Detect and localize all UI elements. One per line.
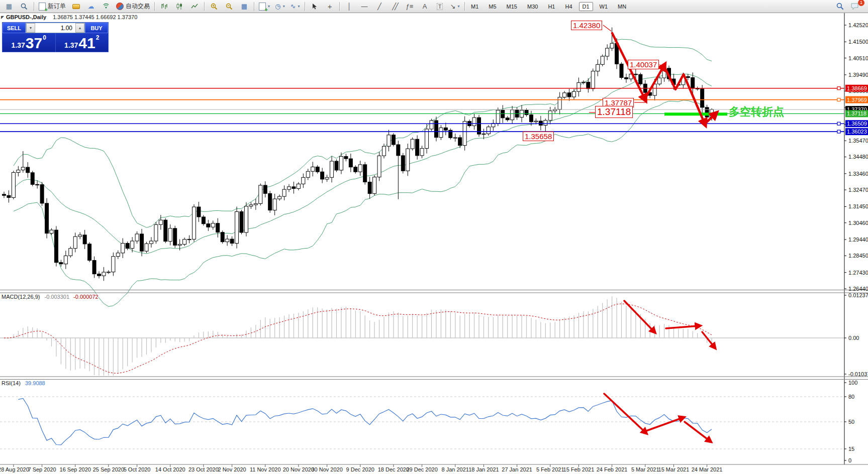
main-toolbar: ▦ 新订单 ☁ 自动交易 ▦ ▾ ◷▾ ∿▾ + │ — ╱ ╱╱ ƒ≡ [0, 0, 868, 13]
vline-tool-button[interactable]: │ [342, 1, 356, 12]
bar-chart-icon [161, 3, 168, 10]
svg-text:28 Aug 2020: 28 Aug 2020 [0, 466, 29, 472]
new-chart-button[interactable]: ▾ [257, 1, 272, 12]
rsi-name: RSI(14) [2, 380, 21, 386]
preview-button[interactable] [17, 1, 31, 12]
svg-text:25 Sep 2020: 25 Sep 2020 [93, 466, 124, 472]
crosshair-button[interactable]: + [323, 1, 337, 12]
search-button[interactable] [833, 1, 847, 12]
svg-text:100: 100 [848, 380, 857, 386]
cloud-icon: ☁ [88, 3, 94, 10]
depth-of-market-button[interactable] [69, 1, 83, 12]
zoom-in-icon [211, 3, 218, 10]
separator [339, 2, 340, 11]
sell-price-big: 37 [26, 36, 42, 51]
svg-text:5 Oct 2020: 5 Oct 2020 [124, 466, 151, 472]
svg-text:1.27430: 1.27430 [848, 270, 868, 276]
channel-icon: ╱╱ [392, 3, 397, 10]
sell-price-sup: 0 [43, 34, 46, 41]
signals-button[interactable] [99, 1, 113, 12]
bar-chart-button[interactable] [157, 1, 171, 12]
cloud-button[interactable]: ☁ [84, 1, 98, 12]
sell-price[interactable]: 1.37 37 0 [3, 33, 56, 52]
template-icon: ∿ [291, 3, 296, 10]
svg-text:15: 15 [848, 446, 854, 452]
svg-text:11 Nov 2020: 11 Nov 2020 [250, 466, 281, 472]
svg-text:0: 0 [848, 457, 851, 463]
line-chart-icon [191, 3, 198, 10]
svg-text:18 Dec 2020: 18 Dec 2020 [378, 466, 409, 472]
price-callout-1.40037[interactable]: 1.40037 [628, 60, 659, 69]
annotation-arrows-layer [589, 25, 715, 441]
zoom-in-button[interactable] [207, 1, 221, 12]
buy-button[interactable]: BUY [85, 23, 108, 33]
turning-point-annotation: 多空转折点 [729, 104, 784, 120]
rsi-indicator-label: RSI(14) 39.9088 [2, 380, 45, 386]
line-chart-button[interactable] [187, 1, 202, 12]
svg-text:15 Feb 2021: 15 Feb 2021 [563, 466, 595, 472]
template-button[interactable]: ∿▾ [288, 1, 302, 12]
chart-title: GBPUSD-,Daily 1.36875 1.37445 1.66692 1.… [6, 14, 137, 20]
axes-layer[interactable]: 1.425201.415001.405101.394901.385001.374… [0, 13, 868, 472]
timeframe-button-D1[interactable]: D1 [579, 2, 593, 11]
svg-text:1.34480: 1.34480 [848, 154, 868, 160]
timeframe-button-M1[interactable]: M1 [467, 2, 482, 11]
svg-text:-0.010374: -0.010374 [848, 371, 868, 377]
hline-tool-button[interactable]: — [357, 1, 371, 12]
autotrading-button[interactable]: 自动交易 [114, 1, 152, 12]
charts-grid-button[interactable]: ▦ [2, 1, 16, 12]
timeframe-button-H4[interactable]: H4 [561, 2, 575, 11]
chart-surface[interactable]: 1.425201.415001.405101.394901.385001.374… [0, 0, 868, 474]
timeframe-button-W1[interactable]: W1 [596, 2, 612, 11]
arrows-tool-button[interactable]: ↘▾ [448, 1, 462, 12]
price-callout-1.37118[interactable]: 1.37118 [595, 106, 633, 118]
new-chart-icon [259, 3, 266, 11]
svg-text:1.37118: 1.37118 [847, 110, 866, 116]
channel-tool-button[interactable]: ╱╱ [388, 1, 402, 12]
buy-price[interactable]: 1.37 41 2 [56, 33, 109, 52]
svg-text:1.31450: 1.31450 [848, 203, 868, 209]
timeframe-button-H1[interactable]: H1 [544, 2, 558, 11]
new-order-button[interactable]: 新订单 [37, 1, 68, 12]
text-tool-button[interactable]: A [418, 1, 432, 12]
zoom-out-icon [226, 3, 233, 10]
svg-text:0.012372: 0.012372 [848, 292, 868, 298]
trendline-tool-button[interactable]: ╱ [372, 1, 387, 12]
cursor-icon [312, 3, 318, 10]
svg-text:1.28450: 1.28450 [848, 253, 868, 259]
candle-chart-button[interactable] [172, 1, 186, 12]
timeframe-group: M1M5M15M30H1H4D1W1MN [467, 2, 630, 11]
chevron-down-icon: ▾ [283, 5, 285, 9]
svg-text:8 Jan 2021: 8 Jan 2021 [442, 466, 469, 472]
trendline-icon: ╱ [377, 3, 381, 10]
volume-stepper[interactable]: ▼ 1.00 ▲ [26, 23, 85, 33]
period-button[interactable]: ◷▾ [273, 1, 287, 12]
zoom-out-button[interactable] [222, 1, 236, 12]
svg-text:1.36023: 1.36023 [847, 129, 867, 135]
fibonacci-tool-button[interactable]: ƒ≡ [403, 1, 417, 12]
svg-text:1.39490: 1.39490 [848, 72, 868, 78]
horizontal-lines-layer[interactable] [0, 87, 844, 133]
timeframe-button-M30[interactable]: M30 [524, 2, 541, 11]
cursor-button[interactable] [308, 1, 322, 12]
svg-text:20 Nov 2020: 20 Nov 2020 [283, 466, 314, 472]
autotrading-label: 自动交易 [126, 2, 150, 11]
tile-windows-button[interactable]: ▦ [237, 1, 251, 12]
volume-decrease-button[interactable]: ▼ [26, 23, 35, 33]
label-tool-button[interactable]: T [433, 1, 447, 12]
volume-increase-button[interactable]: ▲ [75, 23, 84, 33]
separator [254, 2, 254, 11]
volume-value[interactable]: 1.00 [35, 23, 75, 33]
timeframe-button-M5[interactable]: M5 [485, 2, 500, 11]
timeframe-button-MN[interactable]: MN [614, 2, 630, 11]
price-callout-1.42380[interactable]: 1.42380 [571, 21, 602, 30]
timeframe-button-M15[interactable]: M15 [503, 2, 521, 11]
svg-text:30 Nov 2020: 30 Nov 2020 [311, 466, 342, 472]
svg-text:29 Dec 2020: 29 Dec 2020 [406, 466, 437, 472]
price-callout-1.35658[interactable]: 1.35658 [523, 132, 554, 141]
notifications-button[interactable]: 1 [848, 1, 862, 12]
svg-text:24 Mar 2021: 24 Mar 2021 [692, 466, 723, 472]
macd-indicator-label: MACD(12,26,9) -0.003301 -0.000072 [2, 294, 99, 300]
sell-button[interactable]: SELL [3, 23, 26, 33]
rsi-value: 39.9088 [25, 380, 45, 386]
